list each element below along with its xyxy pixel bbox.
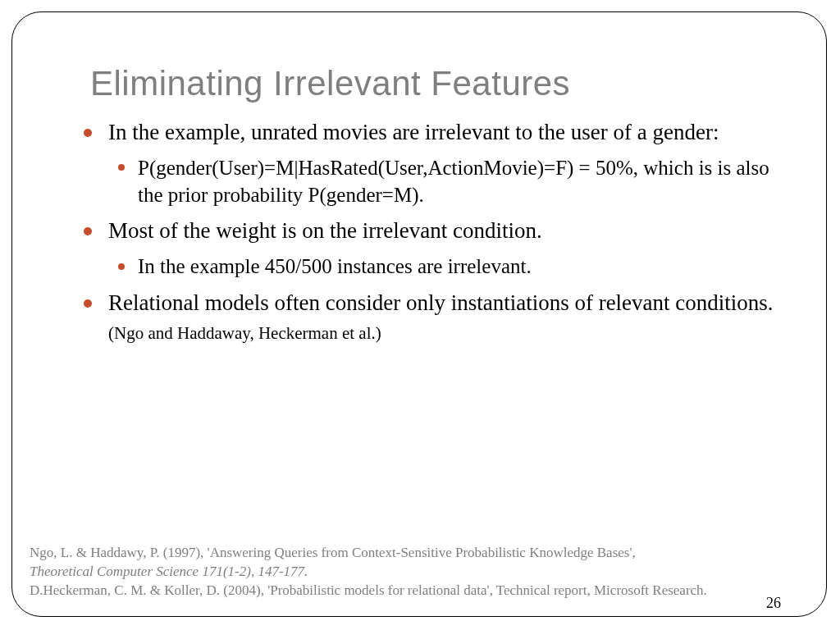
bullet-1-sub-1-text: P(gender(User)=M|HasRated(User,ActionMov… (138, 157, 769, 206)
slide-title: Eliminating Irrelevant Features (90, 64, 781, 103)
bullet-1: In the example, unrated movies are irrel… (103, 118, 781, 208)
bullet-2-sublist: In the example 450/500 instances are irr… (108, 253, 781, 280)
reference-2: D.Heckerman, C. M. & Koller, D. (2004), … (30, 582, 801, 600)
slide-content: Eliminating Irrelevant Features In the e… (0, 0, 840, 630)
bullet-3-text-b: (Ngo and Haddaway, Heckerman et al.) (108, 323, 381, 343)
bullet-1-sublist: P(gender(User)=M|HasRated(User,ActionMov… (108, 154, 781, 209)
page-number: 26 (766, 595, 781, 612)
bullet-2-sub-1-text: In the example 450/500 instances are irr… (138, 255, 532, 277)
bullet-1-sub-1: P(gender(User)=M|HasRated(User,ActionMov… (136, 154, 781, 209)
reference-1: Ngo, L. & Haddawy, P. (1997), 'Answering… (30, 544, 801, 582)
bullet-3-text-a: Relational models often consider only in… (108, 290, 774, 315)
bullet-3: Relational models often consider only in… (103, 289, 781, 348)
references: Ngo, L. & Haddawy, P. (1997), 'Answering… (30, 544, 801, 600)
bullet-2: Most of the weight is on the irrelevant … (103, 217, 781, 280)
bullet-list: In the example, unrated movies are irrel… (75, 118, 781, 347)
bullet-1-text: In the example, unrated movies are irrel… (108, 120, 719, 144)
reference-1a: Ngo, L. & Haddawy, P. (1997), 'Answering… (30, 545, 636, 560)
bullet-2-sub-1: In the example 450/500 instances are irr… (136, 253, 781, 280)
reference-1b: Theoretical Computer Science 171(1-2), 1… (30, 564, 308, 579)
bullet-2-text: Most of the weight is on the irrelevant … (108, 218, 542, 243)
